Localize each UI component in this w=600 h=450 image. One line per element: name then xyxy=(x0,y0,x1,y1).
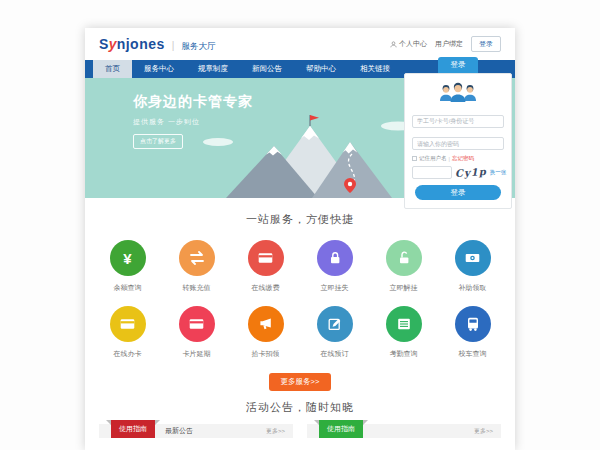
captcha-input[interactable] xyxy=(412,166,452,179)
notice-left-header: 使用指南 最新公告 更多>> xyxy=(99,424,293,438)
services-row-1: ¥ 余额查询 转账充值 在线缴费 立即挂失 xyxy=(85,240,515,293)
service-apply-card[interactable]: 在线办卡 xyxy=(96,306,160,359)
users-group-icon xyxy=(437,80,479,104)
bank-card-icon xyxy=(257,250,274,266)
notice-columns: 使用指南 最新公告 更多>> 使用指南 更多>> xyxy=(85,424,515,438)
nav-item-service-center[interactable]: 服务中心 xyxy=(132,60,186,78)
logo-lightning-icon: y xyxy=(109,36,117,52)
login-panel: 记住用户名 | 忘记密码 Cy1p 换一张 登录 xyxy=(404,73,512,209)
notice-right-header: 使用指南 更多>> xyxy=(307,424,501,438)
logo-divider: | xyxy=(172,40,175,51)
notices-section: 活动公告，随时知晓 使用指南 最新公告 更多>> 使用指南 更多>> xyxy=(85,400,515,438)
latest-announcements-label: 最新公告 xyxy=(165,426,193,436)
right-tab-guide[interactable]: 使用指南 xyxy=(319,420,363,438)
services-title: 一站服务，方便快捷 xyxy=(85,212,515,227)
service-transfer[interactable]: 转账充值 xyxy=(165,240,229,293)
captcha-row: Cy1p 换一张 xyxy=(412,166,504,179)
logo-text: S xyxy=(99,36,109,52)
service-online-booking[interactable]: 在线预订 xyxy=(303,306,367,359)
login-submit-button[interactable]: 登录 xyxy=(415,185,501,200)
account-input[interactable] xyxy=(412,115,504,128)
personal-center-link[interactable]: 个人中心 xyxy=(390,39,427,49)
logo[interactable]: Synjones | 服务大厅 xyxy=(99,36,215,53)
left-more-link[interactable]: 更多>> xyxy=(266,427,285,436)
login-tab[interactable]: 登录 xyxy=(438,57,478,73)
password-input[interactable] xyxy=(412,137,504,150)
notices-title: 活动公告，随时知晓 xyxy=(85,400,515,415)
service-pay-online[interactable]: 在线缴费 xyxy=(234,240,298,293)
remember-row: 记住用户名 | 忘记密码 xyxy=(412,155,504,162)
service-balance[interactable]: ¥ 余额查询 xyxy=(96,240,160,293)
person-icon xyxy=(390,41,397,48)
notice-column-left: 使用指南 最新公告 更多>> xyxy=(99,424,293,438)
hero-subtitle: 提供服务 一步到位 xyxy=(133,117,253,127)
hero-cta-button[interactable]: 点击了解更多 xyxy=(133,134,183,149)
list-icon xyxy=(396,316,412,332)
bank-card-icon xyxy=(119,316,136,332)
top-bar: Synjones | 服务大厅 个人中心 用户绑定 登录 xyxy=(85,28,515,60)
hero-title: 你身边的卡管专家 xyxy=(133,93,253,111)
transfer-arrows-icon xyxy=(188,250,206,266)
service-subsidy[interactable]: 补助领取 xyxy=(441,240,505,293)
captcha-image: Cy1p xyxy=(455,166,487,179)
service-card-renewal[interactable]: 卡片延期 xyxy=(165,306,229,359)
service-unfreeze[interactable]: 立即解挂 xyxy=(372,240,436,293)
notice-column-right: 使用指南 更多>> xyxy=(307,424,501,438)
banknote-icon xyxy=(464,250,481,266)
unlock-icon xyxy=(396,250,412,266)
services-row-2: 在线办卡 卡片延期 拾卡招领 在线预订 xyxy=(85,306,515,359)
login-card: 登录 记住用户名 | 忘记密码 Cy1p 换一张 xyxy=(404,57,512,209)
service-school-bus[interactable]: 校车查询 xyxy=(441,306,505,359)
forgot-password-link[interactable]: 忘记密码 xyxy=(452,155,474,162)
hero-banner: 你身边的卡管专家 提供服务 一步到位 点击了解更多 登录 记住用户名 | 忘记密 xyxy=(85,78,515,198)
left-tab-guide[interactable]: 使用指南 xyxy=(111,420,155,438)
topbar-right: 个人中心 用户绑定 登录 xyxy=(390,36,501,52)
bus-icon xyxy=(465,316,481,332)
nav-item-help-center[interactable]: 帮助中心 xyxy=(294,60,348,78)
right-more-link[interactable]: 更多>> xyxy=(474,427,493,436)
nav-item-rules[interactable]: 规章制度 xyxy=(186,60,240,78)
services-section: 一站服务，方便快捷 ¥ 余额查询 转账充值 在线缴费 xyxy=(85,198,515,391)
captcha-refresh-link[interactable]: 换一张 xyxy=(490,169,507,176)
remember-checkbox[interactable] xyxy=(412,156,417,161)
bank-card-icon xyxy=(188,316,205,332)
service-attendance[interactable]: 考勤查询 xyxy=(372,306,436,359)
nav-item-home[interactable]: 首页 xyxy=(93,60,132,78)
top-login-button[interactable]: 登录 xyxy=(471,36,501,52)
page: Synjones | 服务大厅 个人中心 用户绑定 登录 首页 服务中心 规章制… xyxy=(85,28,515,450)
user-binding-link[interactable]: 用户绑定 xyxy=(435,39,463,49)
nav-item-links[interactable]: 相关链接 xyxy=(348,60,402,78)
logo-tagline: 服务大厅 xyxy=(181,41,215,53)
yen-icon: ¥ xyxy=(123,250,131,267)
service-report-loss[interactable]: 立即挂失 xyxy=(303,240,367,293)
remember-label: 记住用户名 xyxy=(419,155,447,162)
hero-text: 你身边的卡管专家 提供服务 一步到位 点击了解更多 xyxy=(133,93,253,149)
lock-icon xyxy=(327,250,343,266)
edit-icon xyxy=(327,316,343,332)
megaphone-icon xyxy=(258,316,274,332)
service-found-card[interactable]: 拾卡招领 xyxy=(234,306,298,359)
nav-item-news[interactable]: 新闻公告 xyxy=(240,60,294,78)
more-services-button[interactable]: 更多服务>> xyxy=(269,373,332,391)
